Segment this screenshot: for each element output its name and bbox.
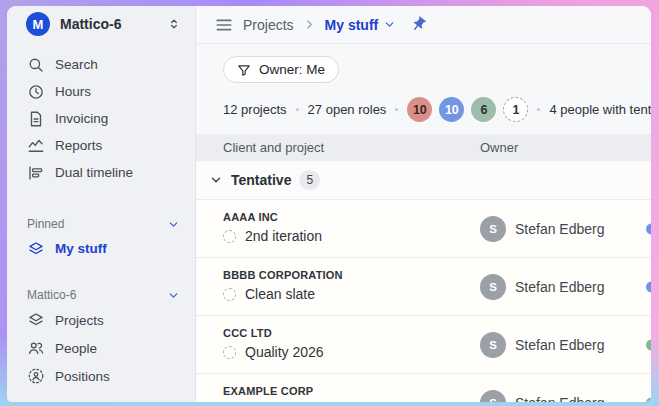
sidebar-item-label: My stuff bbox=[55, 241, 107, 256]
funnel-icon bbox=[237, 63, 251, 77]
table-row[interactable]: BBBB CORPORATION Clean slate S Stefan Ed… bbox=[196, 258, 651, 316]
tentative-status-icon bbox=[223, 346, 236, 359]
sidebar-item-label: People bbox=[55, 341, 97, 356]
status-badge-green[interactable]: 6 bbox=[471, 97, 496, 122]
client-project-cell: AAAA INC 2nd iteration bbox=[196, 200, 480, 257]
sidebar-item-positions[interactable]: Positions bbox=[7, 362, 195, 390]
dot-separator bbox=[537, 108, 540, 111]
sidebar-item-label: Search bbox=[55, 57, 98, 72]
project-rows: AAAA INC 2nd iteration S Stefan Edberg B… bbox=[196, 200, 651, 402]
sidebar-item-hours[interactable]: Hours bbox=[7, 78, 195, 105]
people-icon bbox=[27, 339, 45, 357]
project-name: Clean slate bbox=[245, 286, 315, 302]
group-count-badge: 5 bbox=[299, 170, 320, 190]
main-panel: Projects My stuff Owner: Me bbox=[196, 6, 651, 402]
sidebar-item-my-stuff[interactable]: My stuff bbox=[7, 235, 195, 262]
client-name: BBBB CORPORATION bbox=[223, 269, 480, 281]
client-project-cell: EXAMPLE CORP bbox=[196, 374, 480, 402]
breadcrumb-projects[interactable]: Projects bbox=[243, 17, 294, 33]
org-section-header[interactable]: Mattico-6 bbox=[7, 284, 195, 306]
avatar: S bbox=[480, 332, 506, 358]
table-row[interactable]: EXAMPLE CORP S Stefan Edberg bbox=[196, 374, 651, 402]
owner-name: Stefan Edberg bbox=[515, 279, 605, 295]
client-name: CCC LTD bbox=[223, 327, 480, 339]
pushpin-icon[interactable] bbox=[410, 16, 427, 33]
dot-separator bbox=[395, 108, 398, 111]
table-row[interactable]: CCC LTD Quality 2026 S Stefan Edberg bbox=[196, 316, 651, 374]
sidebar-item-people[interactable]: People bbox=[7, 334, 195, 362]
search-icon bbox=[27, 56, 45, 74]
group-label: Tentative bbox=[231, 172, 291, 188]
avatar: S bbox=[480, 216, 506, 242]
client-project-cell: BBBB CORPORATION Clean slate bbox=[196, 258, 480, 315]
tentative-note: 4 people with tentative wo bbox=[549, 102, 651, 117]
edge-status-dot bbox=[646, 397, 651, 402]
section-label: Mattico-6 bbox=[27, 288, 76, 302]
owner-filter-button[interactable]: Owner: Me bbox=[223, 56, 339, 83]
invoice-icon bbox=[27, 110, 45, 128]
client-name: AAAA INC bbox=[223, 211, 480, 223]
table-header: Client and project Owner bbox=[196, 134, 651, 161]
tentative-status-icon bbox=[223, 288, 236, 301]
table-row[interactable]: AAAA INC 2nd iteration S Stefan Edberg bbox=[196, 200, 651, 258]
breadcrumb-current-label: My stuff bbox=[325, 17, 379, 33]
chevron-right-icon bbox=[303, 18, 316, 31]
breadcrumb-current-dropdown[interactable]: My stuff bbox=[325, 17, 397, 33]
sidebar-item-dual-timeline[interactable]: Dual timeline bbox=[7, 159, 195, 186]
project-name-line: 2nd iteration bbox=[223, 228, 480, 244]
topbar: Projects My stuff bbox=[196, 6, 651, 44]
sidebar-item-label: Positions bbox=[55, 369, 110, 384]
hamburger-menu-icon[interactable] bbox=[214, 15, 234, 35]
clock-icon bbox=[27, 83, 45, 101]
layers-icon bbox=[27, 311, 45, 329]
workspace-name: Mattico-6 bbox=[60, 16, 167, 32]
owner-name: Stefan Edberg bbox=[515, 337, 605, 353]
column-header-owner: Owner bbox=[480, 140, 518, 155]
sidebar-nav: Search Hours Invoicing Reports bbox=[7, 51, 195, 186]
sidebar-item-label: Reports bbox=[55, 138, 102, 153]
status-badge-blue[interactable]: 10 bbox=[439, 97, 464, 122]
owner-cell: S Stefan Edberg bbox=[480, 200, 605, 257]
sidebar-item-invoicing[interactable]: Invoicing bbox=[7, 105, 195, 132]
sidebar-item-label: Dual timeline bbox=[55, 165, 133, 180]
owner-cell: S Stefan Edberg bbox=[480, 316, 605, 373]
status-badges: 10 10 6 1 bbox=[407, 97, 528, 122]
edge-status-dot bbox=[646, 281, 651, 292]
edge-status-dot bbox=[646, 339, 651, 350]
chart-icon bbox=[27, 137, 45, 155]
chevron-down-icon bbox=[167, 218, 180, 231]
project-name: 2nd iteration bbox=[245, 228, 322, 244]
client-name: EXAMPLE CORP bbox=[223, 385, 480, 397]
owner-cell: S Stefan Edberg bbox=[480, 258, 605, 315]
workspace-switcher[interactable]: M Mattico-6 bbox=[7, 11, 195, 37]
status-badge-dashed[interactable]: 1 bbox=[503, 97, 528, 122]
group-row-tentative[interactable]: Tentative 5 bbox=[196, 161, 651, 200]
app-window: M Mattico-6 Search Hours bbox=[7, 6, 651, 402]
projects-count: 12 projects bbox=[223, 102, 287, 117]
sidebar-item-search[interactable]: Search bbox=[7, 51, 195, 78]
owner-name: Stefan Edberg bbox=[515, 221, 605, 237]
edge-status-dot bbox=[646, 223, 651, 234]
pinned-section-header[interactable]: Pinned bbox=[7, 213, 195, 235]
project-name-line: Quality 2026 bbox=[223, 344, 480, 360]
status-badge-red[interactable]: 10 bbox=[407, 97, 432, 122]
timeline-icon bbox=[27, 164, 45, 182]
sidebar-item-label: Invoicing bbox=[55, 111, 108, 126]
sidebar: M Mattico-6 Search Hours bbox=[7, 6, 196, 402]
owner-name: Stefan Edberg bbox=[515, 395, 605, 403]
sidebar-item-reports[interactable]: Reports bbox=[7, 132, 195, 159]
sidebar-item-label: Hours bbox=[55, 84, 91, 99]
avatar: S bbox=[480, 274, 506, 300]
chevron-updown-icon[interactable] bbox=[167, 17, 181, 31]
chevron-down-icon bbox=[167, 289, 180, 302]
stats-bar: 12 projects 27 open roles 10 10 6 1 4 pe… bbox=[196, 83, 651, 134]
workspace-logo: M bbox=[26, 12, 50, 36]
sidebar-item-projects[interactable]: Projects bbox=[7, 306, 195, 334]
chevron-down-icon bbox=[209, 173, 223, 187]
avatar: S bbox=[480, 390, 506, 403]
project-name-line: Clean slate bbox=[223, 286, 480, 302]
sidebar-item-label: Projects bbox=[55, 313, 104, 328]
owner-filter-label: Owner: Me bbox=[259, 62, 325, 77]
layers-icon bbox=[27, 240, 45, 258]
position-icon bbox=[27, 367, 45, 385]
